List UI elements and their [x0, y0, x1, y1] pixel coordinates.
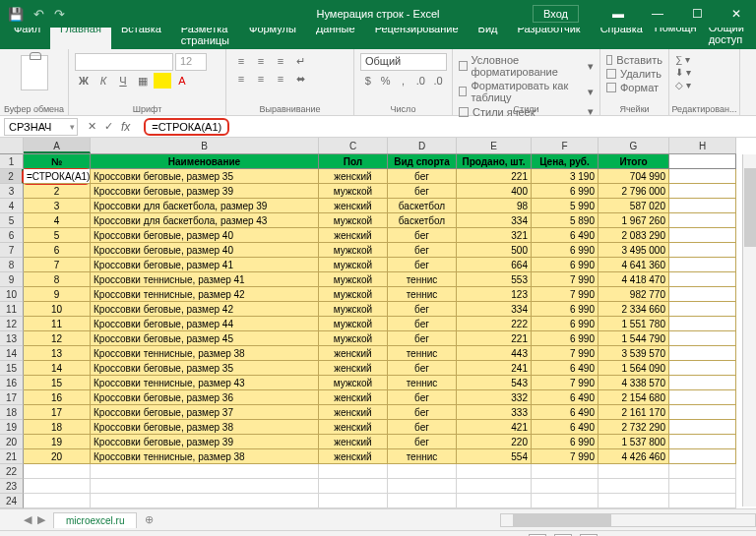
cell[interactable]: 1 537 800 [598, 435, 669, 449]
fill-button[interactable]: ⬇ ▾ [675, 66, 733, 79]
row-header-13[interactable]: 13 [0, 331, 24, 346]
cell[interactable]: 221 [457, 331, 532, 346]
cell[interactable]: Кроссовки для баскетбола, размер 43 [91, 213, 319, 228]
undo-icon[interactable]: ↶ [33, 7, 44, 22]
row-header-16[interactable]: 16 [0, 376, 24, 390]
cell[interactable]: 333 [457, 405, 532, 420]
cell[interactable]: 19 [24, 435, 91, 449]
align-top-icon[interactable]: ≡ [232, 53, 250, 69]
cell[interactable]: 221 [457, 169, 532, 184]
col-header-E[interactable]: E [457, 138, 532, 153]
cell[interactable]: 123 [457, 287, 532, 302]
save-icon[interactable]: 💾 [8, 7, 24, 22]
cell[interactable]: теннис [388, 449, 457, 464]
cell[interactable]: бег [388, 258, 457, 272]
col-header-B[interactable]: B [91, 138, 319, 153]
cell[interactable]: Кроссовки теннисные, размер 38 [91, 346, 319, 361]
cell[interactable]: теннис [388, 376, 457, 390]
font-color-icon[interactable]: A [173, 73, 191, 89]
row-header-15[interactable]: 15 [0, 361, 24, 376]
border-icon[interactable]: ▦ [134, 73, 152, 89]
align-right-icon[interactable]: ≡ [272, 71, 289, 87]
align-mid-icon[interactable]: ≡ [252, 53, 270, 69]
cell[interactable]: 6 990 [532, 184, 598, 199]
align-center-icon[interactable]: ≡ [252, 71, 270, 87]
cell[interactable]: 5 990 [532, 199, 598, 213]
cell[interactable]: Кроссовки беговые, размер 39 [91, 435, 319, 449]
cell[interactable]: женский [319, 420, 388, 435]
cell[interactable]: бег [388, 361, 457, 376]
cell[interactable]: 6 490 [532, 405, 598, 420]
fx-icon[interactable]: fx [121, 120, 130, 134]
grid[interactable]: №НаименованиеПолВид спортаПродано, шт.Це… [24, 154, 756, 508]
cell[interactable]: 20 [24, 449, 91, 464]
cell[interactable]: 334 [457, 213, 532, 228]
cell[interactable]: мужской [319, 213, 388, 228]
row-header-9[interactable]: 9 [0, 272, 24, 287]
vertical-scrollbar[interactable] [742, 154, 756, 506]
align-left-icon[interactable]: ≡ [232, 71, 250, 87]
header-cell[interactable]: Наименование [91, 154, 319, 169]
cell[interactable]: 6 990 [532, 331, 598, 346]
cell[interactable]: 1 564 090 [598, 361, 669, 376]
next-sheet-icon[interactable]: ▶ [37, 513, 45, 526]
col-header-A[interactable]: A [24, 138, 91, 153]
row-header-3[interactable]: 3 [0, 184, 24, 199]
cell[interactable]: 4 [24, 213, 91, 228]
cell[interactable]: 18 [24, 420, 91, 435]
cell[interactable]: 6 990 [532, 317, 598, 331]
cell[interactable]: 5 [24, 228, 91, 243]
cell[interactable]: женский [319, 346, 388, 361]
number-format-select[interactable]: Общий [360, 53, 447, 71]
dec-decimal-icon[interactable]: .0 [430, 73, 446, 89]
cell[interactable]: Кроссовки беговые, размер 36 [91, 390, 319, 405]
col-header-H[interactable]: H [669, 138, 736, 153]
italic-icon[interactable]: К [94, 73, 112, 89]
col-header-D[interactable]: D [388, 138, 457, 153]
row-header-20[interactable]: 20 [0, 435, 24, 449]
align-bot-icon[interactable]: ≡ [272, 53, 289, 69]
row-header-24[interactable]: 24 [0, 494, 24, 508]
cell[interactable]: 6 490 [532, 361, 598, 376]
cell[interactable]: Кроссовки беговые, размер 37 [91, 405, 319, 420]
row-header-11[interactable]: 11 [0, 302, 24, 317]
cell[interactable]: 2 334 660 [598, 302, 669, 317]
cell[interactable]: бег [388, 243, 457, 258]
cell[interactable]: 400 [457, 184, 532, 199]
cell[interactable]: баскетбол [388, 213, 457, 228]
cell[interactable]: 9 [24, 287, 91, 302]
cell[interactable]: 241 [457, 361, 532, 376]
cell[interactable]: 3 [24, 199, 91, 213]
cell[interactable]: 3 539 570 [598, 346, 669, 361]
cell[interactable]: 14 [24, 361, 91, 376]
cell[interactable]: бег [388, 169, 457, 184]
cell[interactable]: 2 083 290 [598, 228, 669, 243]
row-header-5[interactable]: 5 [0, 213, 24, 228]
cell[interactable]: 7 990 [532, 376, 598, 390]
cell[interactable]: 2 154 680 [598, 390, 669, 405]
row-header-2[interactable]: 2 [0, 169, 24, 184]
cell[interactable]: женский [319, 228, 388, 243]
cell[interactable]: теннис [388, 272, 457, 287]
close-icon[interactable]: ✕ [717, 0, 756, 28]
row-header-7[interactable]: 7 [0, 243, 24, 258]
cell[interactable]: 6 490 [532, 228, 598, 243]
cell[interactable]: 10 [24, 302, 91, 317]
row-header-1[interactable]: 1 [0, 154, 24, 169]
cell[interactable]: 7 [24, 258, 91, 272]
cell[interactable]: 98 [457, 199, 532, 213]
cell[interactable]: Кроссовки для баскетбола, размер 39 [91, 199, 319, 213]
cell[interactable]: женский [319, 361, 388, 376]
cell[interactable]: 8 [24, 272, 91, 287]
cell[interactable]: 3 495 000 [598, 243, 669, 258]
row-header-21[interactable]: 21 [0, 449, 24, 464]
cell[interactable]: 15 [24, 376, 91, 390]
clear-button[interactable]: ◇ ▾ [675, 79, 733, 91]
cell[interactable]: 16 [24, 390, 91, 405]
cell[interactable]: 2 [24, 184, 91, 199]
cond-format-button[interactable]: Условное форматирование▾ [459, 53, 594, 79]
cell[interactable]: мужской [319, 184, 388, 199]
row-header-12[interactable]: 12 [0, 317, 24, 331]
cell[interactable]: 587 020 [598, 199, 669, 213]
cell[interactable]: =СТРОКА(A1) [24, 169, 91, 184]
